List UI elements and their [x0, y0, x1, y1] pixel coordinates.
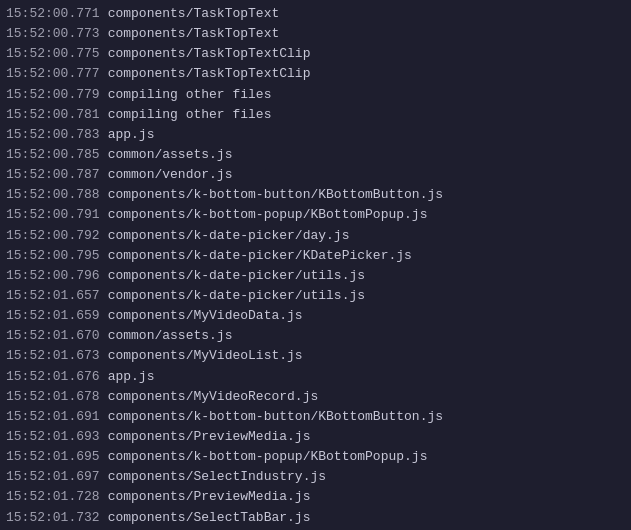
log-filepath: common/assets.js	[108, 145, 233, 165]
log-timestamp: 15:52:00.787	[6, 165, 100, 185]
log-line: 15:52:00.795components/k-date-picker/KDa…	[6, 246, 625, 266]
log-filepath: components/k-bottom-popup/KBottomPopup.j…	[108, 447, 428, 467]
log-timestamp: 15:52:01.693	[6, 427, 100, 447]
log-timestamp: 15:52:00.785	[6, 145, 100, 165]
log-timestamp: 15:52:00.779	[6, 85, 100, 105]
log-line: 15:52:00.792components/k-date-picker/day…	[6, 226, 625, 246]
log-timestamp: 15:52:01.691	[6, 407, 100, 427]
log-timestamp: 15:52:01.728	[6, 487, 100, 507]
log-line: 15:52:00.783app.js	[6, 125, 625, 145]
log-line: 15:52:00.773components/TaskTopText	[6, 24, 625, 44]
log-filepath: components/PreviewMedia.js	[108, 427, 311, 447]
log-filepath: compiling other files	[108, 85, 272, 105]
log-line: 15:52:00.796components/k-date-picker/uti…	[6, 266, 625, 286]
log-line: 15:52:01.678components/MyVideoRecord.js	[6, 387, 625, 407]
log-timestamp: 15:52:01.659	[6, 306, 100, 326]
log-line: 15:52:01.697components/SelectIndustry.js	[6, 467, 625, 487]
log-timestamp: 15:52:01.673	[6, 346, 100, 366]
log-line: 15:52:01.691components/k-bottom-button/K…	[6, 407, 625, 427]
log-filepath: app.js	[108, 125, 155, 145]
log-line: 15:52:01.676app.js	[6, 367, 625, 387]
log-filepath: components/k-date-picker/utils.js	[108, 266, 365, 286]
log-filepath: components/MyVideoRecord.js	[108, 387, 319, 407]
log-filepath: components/k-date-picker/utils.js	[108, 286, 365, 306]
log-filepath: components/PreviewMedia.js	[108, 487, 311, 507]
log-filepath: components/TaskTopTextClip	[108, 44, 311, 64]
terminal-window: 15:52:00.771components/TaskTopText15:52:…	[0, 0, 631, 530]
log-filepath: common/assets.js	[108, 326, 233, 346]
log-line: 15:52:01.673components/MyVideoList.js	[6, 346, 625, 366]
log-timestamp: 15:52:01.670	[6, 326, 100, 346]
log-line: 15:52:01.695components/k-bottom-popup/KB…	[6, 447, 625, 467]
log-line: 15:52:00.775components/TaskTopTextClip	[6, 44, 625, 64]
log-line: 15:52:00.785common/assets.js	[6, 145, 625, 165]
log-filepath: components/k-date-picker/day.js	[108, 226, 350, 246]
log-timestamp: 15:52:00.788	[6, 185, 100, 205]
log-line: 15:52:00.771components/TaskTopText	[6, 4, 625, 24]
log-line: 15:52:01.659components/MyVideoData.js	[6, 306, 625, 326]
log-line: 15:52:01.670common/assets.js	[6, 326, 625, 346]
log-filepath: components/SelectIndustry.js	[108, 467, 326, 487]
log-line: 15:52:01.732components/SelectTabBar.js	[6, 508, 625, 528]
log-filepath: components/TaskTopTextClip	[108, 64, 311, 84]
log-timestamp: 15:52:00.783	[6, 125, 100, 145]
log-filepath: components/k-bottom-button/KBottomButton…	[108, 185, 443, 205]
log-line: 15:52:00.781compiling other files	[6, 105, 625, 125]
log-line: 15:52:00.788components/k-bottom-button/K…	[6, 185, 625, 205]
log-filepath: components/k-date-picker/KDatePicker.js	[108, 246, 412, 266]
log-timestamp: 15:52:01.697	[6, 467, 100, 487]
log-line: 15:52:01.693components/PreviewMedia.js	[6, 427, 625, 447]
log-filepath: components/MyVideoList.js	[108, 346, 303, 366]
log-timestamp: 15:52:01.678	[6, 387, 100, 407]
log-timestamp: 15:52:00.795	[6, 246, 100, 266]
log-timestamp: 15:52:00.773	[6, 24, 100, 44]
log-timestamp: 15:52:01.676	[6, 367, 100, 387]
log-filepath: compiling other files	[108, 105, 272, 125]
log-timestamp: 15:52:01.657	[6, 286, 100, 306]
log-filepath: components/TaskTopText	[108, 24, 280, 44]
log-timestamp: 15:52:01.732	[6, 508, 100, 528]
log-line: 15:52:00.777components/TaskTopTextClip	[6, 64, 625, 84]
log-filepath: components/SelectTabBar.js	[108, 508, 311, 528]
log-timestamp: 15:52:00.781	[6, 105, 100, 125]
log-line: 15:52:00.787common/vendor.js	[6, 165, 625, 185]
log-filepath: components/TaskTopText	[108, 4, 280, 24]
log-timestamp: 15:52:00.796	[6, 266, 100, 286]
log-filepath: components/MyVideoData.js	[108, 306, 303, 326]
log-timestamp: 15:52:00.777	[6, 64, 100, 84]
log-filepath: common/vendor.js	[108, 165, 233, 185]
log-line: 15:52:00.791components/k-bottom-popup/KB…	[6, 205, 625, 225]
log-line: 15:52:00.779compiling other files	[6, 85, 625, 105]
log-timestamp: 15:52:00.792	[6, 226, 100, 246]
log-line: 15:52:01.728components/PreviewMedia.js	[6, 487, 625, 507]
log-timestamp: 15:52:00.771	[6, 4, 100, 24]
log-filepath: app.js	[108, 367, 155, 387]
log-line: 15:52:01.657components/k-date-picker/uti…	[6, 286, 625, 306]
log-container: 15:52:00.771components/TaskTopText15:52:…	[6, 4, 625, 530]
log-filepath: components/k-bottom-button/KBottomButton…	[108, 407, 443, 427]
log-timestamp: 15:52:01.695	[6, 447, 100, 467]
log-timestamp: 15:52:00.775	[6, 44, 100, 64]
log-timestamp: 15:52:00.791	[6, 205, 100, 225]
log-filepath: components/k-bottom-popup/KBottomPopup.j…	[108, 205, 428, 225]
